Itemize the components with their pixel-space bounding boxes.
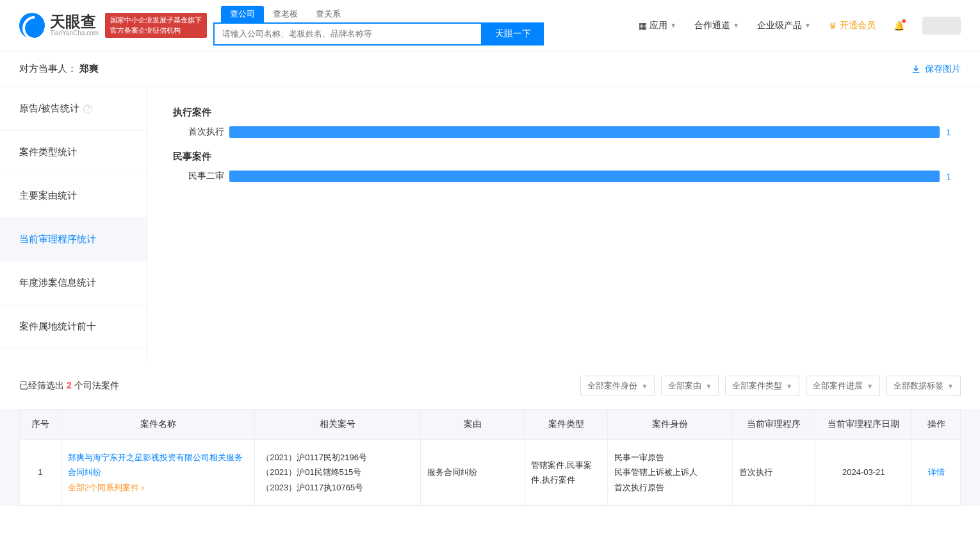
- sidebar-item-label: 案件属地统计前十: [19, 321, 96, 333]
- search-input[interactable]: [213, 22, 482, 46]
- badge-line1: 国家中小企业发展子基金旗下: [110, 15, 202, 25]
- select-label: 全部数据标签: [894, 380, 943, 392]
- th-action: 操作: [912, 410, 961, 440]
- help-icon[interactable]: ?: [83, 104, 92, 113]
- th-date: 当前审理程序日期: [815, 410, 912, 440]
- cell-name: 郑爽与海宁东开之星影视投资有限公司相关服务合同纠纷 全部2个同系列案件 ›: [61, 440, 254, 506]
- chevron-down-icon: ▼: [641, 383, 648, 390]
- nav-vip[interactable]: ♛ 开通会员: [829, 20, 876, 31]
- crown-icon: ♛: [829, 21, 837, 31]
- party-name: 郑爽: [79, 63, 99, 74]
- sidebar-item-plaintiff[interactable]: 原告/被告统计 ?: [0, 87, 147, 131]
- chart-bar[interactable]: [229, 171, 940, 182]
- party-label: 对方当事人： 郑爽: [19, 63, 99, 75]
- badge-line2: 官方备案企业征信机构: [110, 26, 202, 35]
- chart-group-civil: 民事案件 民事二审 1: [173, 151, 954, 182]
- identity-line: 民事一审原告: [614, 450, 725, 465]
- caseno-line: （2021）沪01民辖终515号: [261, 465, 414, 479]
- chevron-down-icon: ▼: [867, 383, 873, 390]
- save-image-button[interactable]: 保存图片: [911, 63, 961, 75]
- cell-date: 2024-03-21: [815, 440, 912, 506]
- avatar[interactable]: [922, 17, 961, 35]
- main-area: 原告/被告统计 ? 案件类型统计 主要案由统计 当前审理程序统计 年度涉案信息统…: [0, 87, 980, 363]
- save-label: 保存图片: [925, 63, 961, 75]
- filter-reason[interactable]: 全部案由▼: [661, 376, 719, 396]
- detail-link[interactable]: 详情: [928, 467, 945, 477]
- logo-badge: 国家中小企业发展子基金旗下 官方备案企业征信机构: [105, 13, 207, 38]
- notification-bell[interactable]: 🔔: [894, 21, 904, 31]
- sidebar-item-reason[interactable]: 主要案由统计: [0, 174, 147, 218]
- chevron-down-icon: ▼: [705, 383, 712, 390]
- filter-selects: 全部案件身份▼ 全部案由▼ 全部案件类型▼ 全部案件进展▼ 全部数据标签▼: [580, 376, 961, 396]
- chart-title: 执行案件: [173, 106, 954, 119]
- chart-bar-value: 1: [946, 128, 951, 137]
- logo[interactable]: 天眼查 TianYanCha.com: [19, 13, 99, 38]
- table-header-row: 序号 案件名称 相关案号 案由 案件类型 案件身份 当前审理程序 当前审理程序日…: [20, 410, 961, 440]
- filter-row: 已经筛选出 2 个司法案件 全部案件身份▼ 全部案由▼ 全部案件类型▼ 全部案件…: [0, 363, 980, 409]
- sidebar-item-procedure[interactable]: 当前审理程序统计: [0, 218, 147, 262]
- select-label: 全部案件类型: [732, 380, 782, 392]
- chevron-down-icon: ▼: [804, 22, 811, 29]
- chevron-down-icon: ▼: [733, 22, 739, 29]
- chart-area: 执行案件 首次执行 1 民事案件 民事二审 1: [147, 87, 980, 363]
- th-reason: 案由: [421, 410, 525, 440]
- search-button[interactable]: 天眼一下: [482, 22, 544, 46]
- cell-type: 管辖案件,民事案件,执行案件: [525, 440, 608, 506]
- nav-coop-label: 合作通道: [694, 20, 730, 31]
- search-tabs: 查公司 查老板 查关系: [221, 6, 544, 22]
- filter-summary: 已经筛选出 2 个司法案件: [19, 380, 119, 392]
- search-tab-company[interactable]: 查公司: [221, 6, 264, 22]
- case-name-link[interactable]: 郑爽与海宁东开之星影视投资有限公司相关服务合同纠纷: [68, 453, 243, 477]
- nav-enterprise-label: 企业级产品: [757, 20, 802, 31]
- th-procedure: 当前审理程序: [732, 410, 815, 440]
- chart-bar-label: 民事二审: [173, 171, 224, 182]
- logo-main-text: 天眼查: [50, 14, 99, 29]
- chevron-down-icon: ▼: [786, 383, 792, 390]
- download-icon: [911, 64, 921, 74]
- cell-caseno: （2021）沪0117民初2196号 （2021）沪01民辖终515号 （202…: [255, 440, 421, 506]
- th-type: 案件类型: [525, 410, 608, 440]
- filter-progress[interactable]: 全部案件进展▼: [806, 376, 880, 396]
- identity-line: 首次执行原告: [614, 480, 725, 495]
- nav-apps-label: 应用: [649, 20, 667, 31]
- content: 对方当事人： 郑爽 保存图片 原告/被告统计 ? 案件类型统计 主要案由统计 当…: [0, 51, 980, 506]
- chart-title: 民事案件: [173, 151, 954, 163]
- grid-icon: ▦: [639, 21, 647, 31]
- sidebar-item-label: 原告/被告统计: [19, 103, 79, 115]
- logo-icon: [19, 13, 45, 38]
- filter-identity[interactable]: 全部案件身份▼: [580, 376, 655, 396]
- bell-icon: 🔔: [894, 21, 904, 31]
- select-label: 全部案由: [668, 380, 701, 392]
- sidebar-item-casetype[interactable]: 案件类型统计: [0, 131, 147, 174]
- sidebar-item-label: 当前审理程序统计: [19, 233, 96, 246]
- cell-procedure: 首次执行: [732, 440, 815, 506]
- caseno-line: （2023）沪0117执10765号: [261, 480, 414, 495]
- select-label: 全部案件身份: [587, 380, 637, 392]
- nav-apps[interactable]: ▦ 应用 ▼: [639, 20, 676, 31]
- th-name: 案件名称: [61, 410, 254, 440]
- search-tab-boss[interactable]: 查老板: [264, 6, 307, 22]
- identity-line: 民事管辖上诉被上诉人: [614, 465, 725, 479]
- filter-count: 2: [67, 380, 72, 390]
- sidebar: 原告/被告统计 ? 案件类型统计 主要案由统计 当前审理程序统计 年度涉案信息统…: [0, 87, 147, 363]
- table-row: 1 郑爽与海宁东开之星影视投资有限公司相关服务合同纠纷 全部2个同系列案件 › …: [20, 440, 961, 506]
- th-caseno: 相关案号: [255, 410, 421, 440]
- search-tab-relation[interactable]: 查关系: [307, 6, 350, 22]
- caseno-line: （2021）沪0117民初2196号: [261, 450, 414, 465]
- cell-identity: 民事一审原告 民事管辖上诉被上诉人 首次执行原告: [608, 440, 732, 506]
- nav-enterprise[interactable]: 企业级产品 ▼: [757, 20, 811, 31]
- sidebar-item-region[interactable]: 案件属地统计前十: [0, 305, 147, 349]
- filter-suffix: 个司法案件: [72, 380, 119, 390]
- related-cases-link[interactable]: 全部2个同系列案件 ›: [68, 483, 144, 492]
- cell-reason: 服务合同纠纷: [421, 440, 525, 506]
- filter-type[interactable]: 全部案件类型▼: [725, 376, 799, 396]
- party-label-text: 对方当事人：: [19, 63, 77, 74]
- search-area: 查公司 查老板 查关系 天眼一下: [213, 6, 544, 46]
- logo-sub-text: TianYanCha.com: [50, 29, 99, 37]
- chart-bar[interactable]: [229, 126, 940, 138]
- chart-bar-value: 1: [946, 172, 951, 181]
- sidebar-item-yearly[interactable]: 年度涉案信息统计: [0, 262, 147, 305]
- filter-tags[interactable]: 全部数据标签▼: [886, 376, 961, 396]
- select-label: 全部案件进展: [813, 380, 863, 392]
- nav-cooperation[interactable]: 合作通道 ▼: [694, 20, 739, 31]
